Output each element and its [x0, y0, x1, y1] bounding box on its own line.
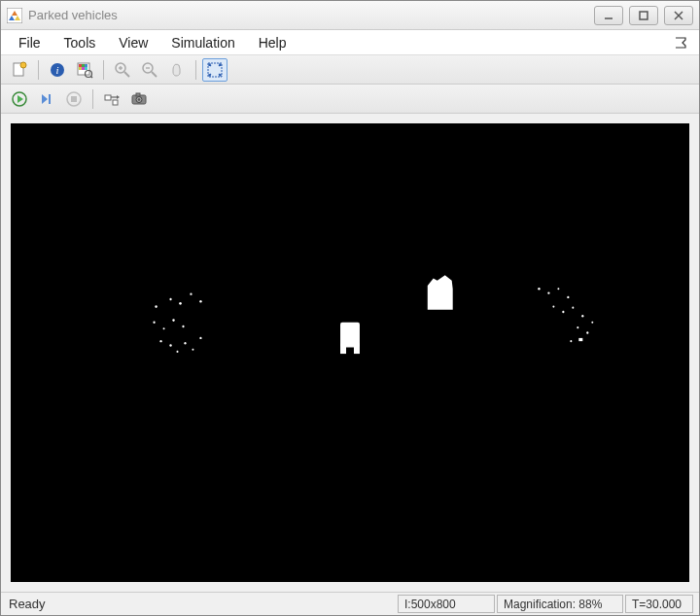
- status-time: T=30.000: [625, 595, 693, 613]
- svg-rect-70: [578, 338, 582, 341]
- svg-rect-32: [105, 95, 111, 100]
- svg-point-52: [184, 342, 186, 344]
- svg-rect-31: [71, 96, 77, 102]
- svg-line-23: [152, 72, 157, 77]
- svg-point-60: [557, 288, 559, 290]
- app-icon: [7, 8, 22, 23]
- svg-rect-11: [82, 64, 85, 67]
- zoom-out-button[interactable]: [137, 58, 162, 82]
- svg-point-64: [572, 307, 574, 309]
- fit-to-window-button[interactable]: [202, 58, 228, 82]
- svg-rect-39: [11, 123, 689, 582]
- svg-point-65: [581, 315, 583, 317]
- titlebar: Parked vehicles: [1, 1, 699, 30]
- svg-point-62: [552, 306, 554, 308]
- status-ready: Ready: [7, 597, 396, 611]
- svg-point-50: [169, 344, 171, 347]
- svg-point-53: [192, 349, 193, 351]
- svg-line-17: [91, 76, 93, 78]
- svg-point-6: [20, 62, 26, 68]
- svg-point-45: [153, 322, 155, 324]
- window-title: Parked vehicles: [28, 8, 594, 22]
- svg-point-38: [138, 98, 141, 101]
- svg-line-19: [124, 72, 129, 77]
- svg-marker-28: [42, 94, 48, 104]
- close-button[interactable]: [664, 6, 693, 25]
- toolbar-row-2: [1, 85, 699, 114]
- svg-point-58: [538, 288, 540, 291]
- svg-point-66: [577, 326, 578, 328]
- highlight-block-button[interactable]: [99, 87, 124, 111]
- svg-rect-15: [85, 67, 88, 70]
- svg-point-46: [163, 327, 165, 329]
- svg-point-61: [567, 296, 569, 298]
- menu-view[interactable]: View: [109, 33, 158, 52]
- svg-point-42: [179, 302, 182, 305]
- svg-marker-33: [117, 95, 120, 99]
- svg-point-43: [190, 292, 192, 294]
- svg-point-68: [591, 322, 593, 324]
- svg-point-54: [199, 337, 201, 339]
- svg-rect-13: [79, 67, 82, 70]
- svg-marker-27: [18, 95, 23, 103]
- play-button[interactable]: [7, 87, 32, 111]
- svg-point-67: [586, 331, 588, 333]
- svg-rect-34: [113, 100, 118, 105]
- svg-point-51: [177, 351, 179, 353]
- svg-rect-56: [340, 343, 346, 354]
- pixel-region-button[interactable]: [72, 58, 97, 82]
- menubar: File Tools View Simulation Help: [1, 30, 699, 55]
- dock-pin-icon[interactable]: [674, 36, 691, 50]
- step-button[interactable]: [34, 87, 59, 111]
- svg-point-69: [570, 340, 572, 342]
- menu-file[interactable]: File: [9, 33, 51, 52]
- window-controls: [594, 6, 693, 25]
- svg-point-59: [547, 291, 549, 293]
- status-image-size: I:500x800: [398, 595, 495, 613]
- viewer-container: [1, 114, 699, 592]
- svg-text:i: i: [55, 64, 58, 76]
- svg-point-44: [199, 300, 201, 303]
- info-button[interactable]: i: [45, 58, 70, 82]
- toolbar-row-1: i: [1, 55, 699, 85]
- menu-help[interactable]: Help: [249, 33, 297, 52]
- zoom-in-button[interactable]: [110, 58, 135, 82]
- pan-button[interactable]: [164, 58, 190, 82]
- svg-point-40: [155, 305, 157, 308]
- svg-point-63: [562, 311, 564, 313]
- svg-rect-2: [640, 12, 648, 19]
- svg-rect-57: [354, 343, 360, 354]
- svg-point-49: [159, 340, 161, 342]
- snapshot-button[interactable]: [126, 87, 152, 111]
- maximize-button[interactable]: [629, 6, 658, 25]
- svg-point-47: [172, 319, 174, 322]
- menu-tools[interactable]: Tools: [54, 33, 106, 52]
- svg-point-41: [169, 298, 171, 300]
- menu-simulation[interactable]: Simulation: [161, 33, 244, 52]
- new-figure-button[interactable]: [7, 58, 32, 82]
- svg-rect-12: [85, 64, 88, 67]
- stop-button[interactable]: [61, 87, 87, 111]
- minimize-button[interactable]: [594, 6, 623, 25]
- svg-point-48: [182, 325, 184, 327]
- svg-rect-36: [136, 93, 140, 96]
- svg-rect-14: [82, 67, 85, 70]
- image-canvas[interactable]: [11, 123, 689, 582]
- svg-rect-29: [49, 94, 51, 104]
- svg-rect-10: [79, 64, 82, 67]
- status-magnification: Magnification: 88%: [497, 595, 623, 613]
- statusbar: Ready I:500x800 Magnification: 88% T=30.…: [1, 592, 699, 615]
